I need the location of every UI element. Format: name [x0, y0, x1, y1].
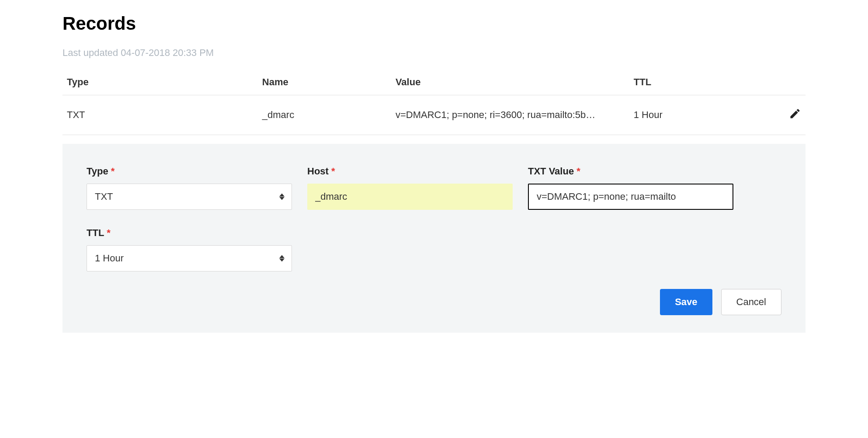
page-title: Records	[62, 13, 806, 34]
table-header-value: Value	[391, 70, 629, 95]
cell-value: v=DMARC1; p=none; ri=3600; rua=mailto:5b…	[391, 95, 629, 135]
sort-arrows-icon	[279, 255, 285, 262]
table-header-type: Type	[62, 70, 258, 95]
last-updated-text: Last updated 04-07-2018 20:33 PM	[62, 47, 806, 59]
txt-value-label-text: TXT Value	[528, 166, 574, 177]
edit-icon[interactable]	[789, 111, 801, 122]
type-select-value: TXT	[95, 191, 113, 202]
host-label: Host*	[307, 166, 513, 177]
edit-record-panel: Type* TXT Host* TXT Value*	[62, 144, 806, 333]
ttl-select[interactable]: 1 Hour	[87, 245, 292, 271]
cancel-button[interactable]: Cancel	[721, 289, 781, 315]
host-input[interactable]	[307, 184, 513, 210]
type-label-text: Type	[87, 166, 108, 177]
records-table: Type Name Value TTL TXT _dmarc v=DMARC1;…	[62, 70, 806, 135]
cell-ttl: 1 Hour	[629, 95, 772, 135]
txt-value-label: TXT Value*	[528, 166, 733, 177]
cell-type: TXT	[62, 95, 258, 135]
table-header-actions	[772, 70, 806, 95]
required-asterisk: *	[107, 227, 111, 238]
ttl-label-text: TTL	[87, 227, 104, 238]
required-asterisk: *	[331, 166, 335, 177]
ttl-select-value: 1 Hour	[95, 253, 124, 264]
required-asterisk: *	[576, 166, 580, 177]
sort-arrows-icon	[279, 193, 285, 200]
cell-name: _dmarc	[258, 95, 391, 135]
ttl-label: TTL*	[87, 227, 292, 239]
type-label: Type*	[87, 166, 292, 177]
table-header-ttl: TTL	[629, 70, 772, 95]
type-select[interactable]: TXT	[87, 184, 292, 210]
host-label-text: Host	[307, 166, 329, 177]
required-asterisk: *	[111, 166, 115, 177]
table-row: TXT _dmarc v=DMARC1; p=none; ri=3600; ru…	[62, 95, 806, 135]
table-header-name: Name	[258, 70, 391, 95]
txt-value-input[interactable]	[528, 184, 733, 210]
save-button[interactable]: Save	[660, 289, 712, 315]
